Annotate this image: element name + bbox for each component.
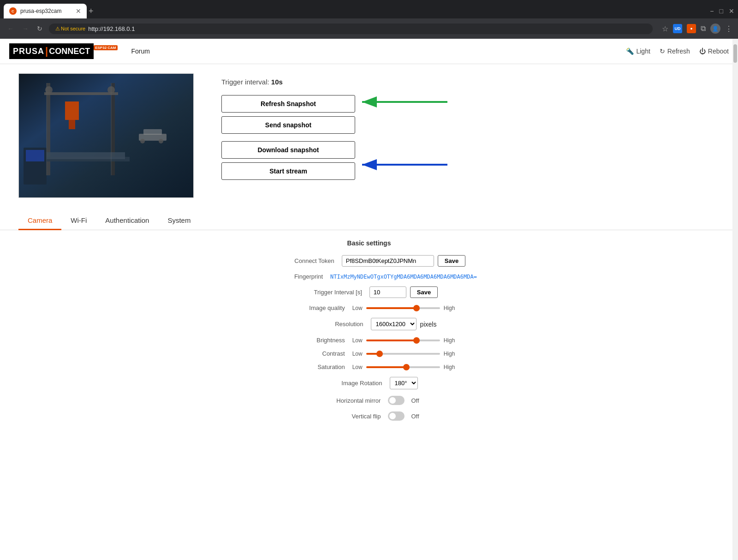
tab-title: prusa-esp32cam xyxy=(20,8,61,14)
contrast-slider[interactable] xyxy=(366,353,440,355)
prusa-text: PRUSA xyxy=(13,47,44,56)
saturation-slider[interactable] xyxy=(366,366,440,368)
camera-preview xyxy=(19,74,193,197)
extension-ud-icon[interactable]: UD xyxy=(673,24,682,33)
brightness-value: Low High xyxy=(352,337,455,344)
tab-camera[interactable]: Camera xyxy=(18,212,61,230)
bookmark-icon[interactable]: ☆ xyxy=(662,24,668,33)
tab-system[interactable]: System xyxy=(158,212,200,230)
brightness-slider-row: Low High xyxy=(352,337,455,344)
image-quality-slider[interactable] xyxy=(366,307,440,309)
horizontal-mirror-toggle[interactable] xyxy=(388,396,405,405)
header-right: 🔦 Light ↻ Refresh ⏻ Reboot xyxy=(626,48,729,55)
extension-red-icon[interactable]: ● xyxy=(687,24,696,33)
svg-rect-3 xyxy=(44,92,118,95)
tab-wifi[interactable]: Wi-Fi xyxy=(61,212,96,230)
svg-rect-6 xyxy=(65,101,79,120)
camera-image xyxy=(18,73,194,198)
scrollbar[interactable] xyxy=(732,39,738,436)
vertical-flip-row: Vertical flip Off xyxy=(18,411,720,421)
trigger-interval-row: Trigger Interval [s] Save xyxy=(18,286,720,298)
saturation-low-label: Low xyxy=(352,364,363,370)
back-button[interactable]: ← xyxy=(6,24,16,33)
trigger-interval-value: Save xyxy=(369,286,438,298)
toggle-slider-vf xyxy=(388,411,405,421)
brightness-slider[interactable] xyxy=(366,340,440,341)
tab-close-button[interactable]: ✕ xyxy=(76,7,81,15)
image-quality-label: Image quality xyxy=(283,304,352,311)
svg-rect-11 xyxy=(26,150,44,161)
refresh-action[interactable]: ↻ Refresh xyxy=(660,48,690,55)
resolution-value: 1600x1200 1280x960 800x600 640x480 pixel… xyxy=(371,318,437,330)
trigger-interval-save-button[interactable]: Save xyxy=(410,286,438,298)
start-stream-button[interactable]: Start stream xyxy=(221,162,355,180)
contrast-value: Low High xyxy=(352,351,455,357)
light-icon: 🔦 xyxy=(626,48,634,55)
resolution-label: Resolution xyxy=(302,321,371,328)
trigger-interval-label: Trigger Interval [s] xyxy=(300,289,369,296)
resolution-select[interactable]: 1600x1200 1280x960 800x600 640x480 xyxy=(371,318,417,330)
close-button[interactable]: ✕ xyxy=(729,7,734,15)
svg-point-17 xyxy=(159,139,163,143)
address-box[interactable]: ⚠ Not secure http://192.168.0.1 xyxy=(49,24,653,34)
tab-favicon: C xyxy=(9,7,17,15)
send-snapshot-button[interactable]: Send snapshot xyxy=(221,116,355,134)
refresh-snapshot-button[interactable]: Refresh Snapshot xyxy=(221,95,355,113)
quality-high-label: High xyxy=(444,305,455,311)
forward-button[interactable]: → xyxy=(20,24,30,33)
restore-button[interactable]: □ xyxy=(720,7,723,15)
reboot-icon: ⏻ xyxy=(699,48,706,55)
saturation-label: Saturation xyxy=(283,363,352,370)
controls-panel: Trigger interval: 10s Refresh Snapshot S… xyxy=(221,73,355,184)
trigger-value: 10s xyxy=(271,78,283,86)
fingerprint-text: NTIxMzMyNDEwOTgxOTYgMDA6MDA6MDA6MDA6MDA6… xyxy=(330,274,477,280)
url-text: http://192.168.0.1 xyxy=(88,25,135,32)
vertical-flip-toggle[interactable] xyxy=(388,411,405,421)
refresh-icon: ↻ xyxy=(660,48,665,55)
connect-token-save-button[interactable]: Save xyxy=(438,255,465,267)
profile-avatar[interactable]: 👤 xyxy=(710,24,720,34)
connect-token-value: Save xyxy=(342,255,465,267)
horizontal-mirror-row: Horizontal mirror Off xyxy=(18,396,720,405)
tabs-section: Camera Wi-Fi Authentication System xyxy=(0,207,738,230)
quality-low-label: Low xyxy=(352,305,363,311)
menu-icon[interactable]: ⋮ xyxy=(725,24,732,33)
fingerprint-label: Fingerprint xyxy=(261,273,330,280)
vertical-flip-off-label: Off xyxy=(411,413,419,420)
download-snapshot-button[interactable]: Download snapshot xyxy=(221,141,355,159)
not-secure-indicator: ⚠ Not secure xyxy=(55,26,85,32)
horizontal-mirror-off-label: Off xyxy=(411,397,419,404)
brightness-low-label: Low xyxy=(352,337,363,344)
extensions-icon[interactable]: ⧉ xyxy=(701,24,706,33)
minimize-button[interactable]: − xyxy=(710,7,714,15)
fingerprint-row: Fingerprint NTIxMzMyNDEwOTgxOTYgMDA6MDA6… xyxy=(18,273,720,280)
tab-authentication[interactable]: Authentication xyxy=(96,212,158,230)
main-content: Trigger interval: 10s Refresh Snapshot S… xyxy=(0,64,738,207)
browser-tab[interactable]: C prusa-esp32cam ✕ xyxy=(4,4,87,18)
reload-button[interactable]: ↻ xyxy=(35,24,44,33)
connect-token-input[interactable] xyxy=(342,255,434,267)
resolution-row: Resolution 1600x1200 1280x960 800x600 64… xyxy=(18,318,720,330)
section-title: Basic settings xyxy=(18,239,720,247)
address-bar: ← → ↻ ⚠ Not secure http://192.168.0.1 ☆ … xyxy=(0,18,738,39)
contrast-slider-row: Low High xyxy=(352,351,455,357)
light-action[interactable]: 🔦 Light xyxy=(626,48,650,55)
saturation-slider-row: Low High xyxy=(352,364,455,370)
image-rotation-value: 0° 90° 180° 270° xyxy=(390,377,418,389)
pixels-label: pixels xyxy=(420,321,437,328)
toolbar-right: ☆ UD ● ⧉ 👤 ⋮ xyxy=(662,24,732,34)
new-tab-button[interactable]: + xyxy=(89,6,94,16)
connect-text: CONNECT xyxy=(49,47,90,56)
reboot-action[interactable]: ⏻ Reboot xyxy=(699,48,729,55)
scroll-thumb[interactable] xyxy=(733,44,737,63)
fingerprint-value: NTIxMzMyNDEwOTgxOTYgMDA6MDA6MDA6MDA6MDA6… xyxy=(330,274,477,280)
prusa-logo: PRUSA | CONNECT ESP32 CAM xyxy=(9,43,118,59)
forum-link[interactable]: Forum xyxy=(131,48,150,55)
svg-point-8 xyxy=(45,86,53,94)
contrast-low-label: Low xyxy=(352,351,363,357)
svg-rect-5 xyxy=(42,152,125,159)
controls-wrapper: Trigger interval: 10s Refresh Snapshot S… xyxy=(221,73,355,184)
image-rotation-select[interactable]: 0° 90° 180° 270° xyxy=(390,377,418,389)
trigger-interval-input[interactable] xyxy=(369,286,406,298)
saturation-high-label: High xyxy=(444,364,455,370)
